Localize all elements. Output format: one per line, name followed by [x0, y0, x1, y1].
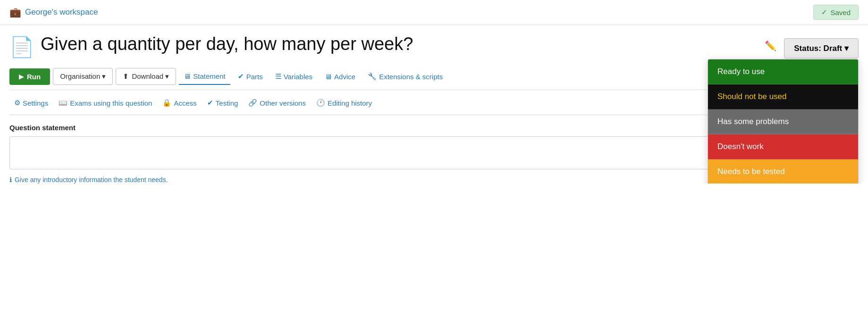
question-title: Given a quantity per day, how many per w…	[41, 33, 413, 55]
download-label: Download ▾	[132, 72, 169, 81]
other-versions-nav[interactable]: 🔗 Other versions	[244, 95, 311, 111]
status-doesnt-work[interactable]: Doesn't work	[708, 134, 858, 159]
testing-label: Testing	[216, 99, 238, 107]
clock-icon: 🕐	[316, 99, 325, 107]
info-icon: ℹ	[9, 176, 12, 184]
status-has-some-problems[interactable]: Has some problems	[708, 109, 858, 134]
play-icon: ▶	[19, 73, 24, 80]
variables-tab[interactable]: ☰ Variables	[270, 68, 317, 84]
check-circle-icon: ✔	[238, 72, 244, 81]
download-cloud-icon: ⬆	[123, 72, 129, 81]
link-icon: 🔗	[248, 99, 257, 107]
title-area: 📄 Given a quantity per day, how many per…	[0, 25, 868, 63]
testing-nav[interactable]: ✔ Testing	[202, 95, 243, 111]
advice-tab[interactable]: 🖥 Advice	[320, 69, 360, 84]
extensions-tab[interactable]: 🔧 Extensions & scripts	[363, 68, 447, 84]
check2-icon: ✔	[207, 99, 213, 107]
run-button[interactable]: ▶ Run	[9, 68, 50, 85]
run-label: Run	[27, 73, 41, 81]
status-ready-to-use[interactable]: Ready to use	[708, 59, 858, 84]
access-nav[interactable]: 🔒 Access	[158, 95, 201, 111]
statement-tab[interactable]: 🖥 Statement	[179, 68, 230, 85]
statement-label: Statement	[193, 72, 225, 80]
workspace-link[interactable]: 💼 George's workspace	[9, 7, 98, 18]
pencil-icon: ✏️	[765, 41, 776, 51]
parts-label: Parts	[246, 73, 263, 81]
status-should-not-be-used[interactable]: Should not be used	[708, 84, 858, 109]
advice-label: Advice	[334, 73, 355, 81]
saved-label: Saved	[830, 8, 851, 17]
parts-tab[interactable]: ✔ Parts	[233, 68, 268, 84]
wrench-icon: 🔧	[368, 72, 377, 81]
lock2-icon: 🔒	[162, 99, 171, 107]
variables-label: Variables	[284, 73, 312, 81]
organisation-label: Organisation ▾	[60, 72, 106, 81]
organisation-button[interactable]: Organisation ▾	[53, 68, 113, 85]
extensions-label: Extensions & scripts	[379, 73, 443, 81]
other-versions-label: Other versions	[260, 99, 306, 107]
document-icon: 📄	[9, 35, 34, 58]
download-button[interactable]: ⬆ Download ▾	[116, 68, 176, 85]
access-label: Access	[174, 99, 196, 107]
gear-icon: ⚙	[14, 99, 20, 107]
settings-label: Settings	[23, 99, 48, 107]
exams-label: Exams using this question	[70, 99, 152, 107]
hint-label: Give any introductory information the st…	[15, 176, 168, 184]
status-dropdown: Ready to use Should not be used Has some…	[708, 59, 859, 184]
exams-nav[interactable]: 📖 Exams using this question	[54, 95, 157, 111]
book-icon: 📖	[59, 99, 67, 107]
top-bar: 💼 George's workspace ✓ Saved	[0, 0, 868, 25]
saved-badge: ✓ Saved	[813, 5, 859, 20]
status-needs-to-be-tested[interactable]: Needs to be tested	[708, 159, 858, 184]
workspace-label: George's workspace	[25, 8, 98, 17]
monitor-icon: 🖥	[184, 72, 191, 80]
briefcase-icon: 💼	[9, 7, 21, 18]
status-label: Status: Draft ▾	[794, 43, 849, 53]
editing-history-label: Editing history	[328, 99, 372, 107]
monitor2-icon: 🖥	[325, 73, 332, 81]
list-icon: ☰	[275, 72, 281, 81]
status-button[interactable]: Status: Draft ▾	[784, 38, 859, 58]
editing-history-nav[interactable]: 🕐 Editing history	[312, 95, 377, 111]
title-left: 📄 Given a quantity per day, how many per…	[9, 33, 413, 58]
edit-title-button[interactable]: ✏️	[763, 38, 778, 53]
settings-nav[interactable]: ⚙ Settings	[9, 95, 53, 111]
checkmark-icon: ✓	[821, 8, 827, 17]
title-right: ✏️ Status: Draft ▾ Ready to use Should n…	[763, 33, 859, 58]
